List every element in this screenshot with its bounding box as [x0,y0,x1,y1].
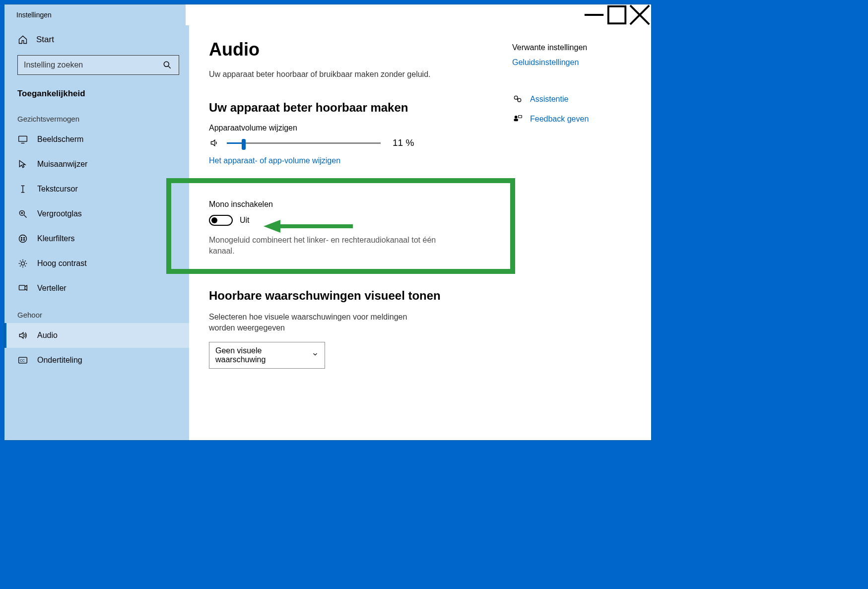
annotation-arrow-icon [264,219,353,234]
volume-percent: 11 % [393,137,414,148]
svg-rect-37 [514,119,518,121]
feedback-icon [512,114,523,125]
maximize-icon [605,3,628,26]
help-link[interactable]: Assistentie [512,94,631,105]
close-icon [628,3,651,26]
svg-line-12 [24,215,27,218]
visual-warning-dropdown[interactable]: Geen visuele waarschuwing [209,342,325,369]
svg-point-17 [24,237,25,238]
content-area: Audio Uw apparaat beter hoorbaar of brui… [209,39,472,426]
section-hearable-title: Uw apparaat beter hoorbaar maken [209,101,472,115]
sidebar-item-captions[interactable]: CC Ondertiteling [4,348,189,373]
sidebar-item-narrator[interactable]: Verteller [4,276,189,301]
svg-rect-1 [608,6,626,24]
sidebar-item-label: Verteller [37,284,67,293]
volume-label: Apparaatvolume wijzigen [209,124,472,132]
sidebar-item-display[interactable]: Beeldscherm [4,127,189,152]
sidebar-item-label: Tekstcursor [37,185,78,194]
page-title: Audio [209,39,472,60]
help-label: Assistentie [530,95,568,104]
svg-point-20 [21,262,25,265]
chevron-down-icon [312,351,319,360]
mono-label: Mono inschakelen [209,200,472,209]
svg-point-15 [19,235,27,243]
svg-point-16 [21,237,22,238]
sidebar-item-highcontrast[interactable]: Hoog contrast [4,251,189,276]
sidebar-item-label: Vergrootglas [37,209,82,218]
narrator-icon [17,283,28,294]
related-panel: Verwante instellingen Geluidsinstellinge… [512,39,631,426]
display-icon [17,134,28,145]
sidebar-item-label: Hoog contrast [37,259,87,268]
close-button[interactable] [628,4,651,25]
volume-slider[interactable] [227,138,381,148]
text-cursor-icon [17,184,28,195]
svg-line-5 [169,66,171,68]
svg-line-25 [20,261,21,262]
sidebar-item-label: Kleurfilters [37,234,75,243]
svg-point-19 [24,240,25,241]
svg-marker-33 [264,220,280,233]
mono-description: Monogeluid combineert het linker- en rec… [209,235,437,257]
titlebar: Instellingen [4,4,651,25]
sidebar-item-mouse[interactable]: Muisaanwijzer [4,152,189,177]
page-description: Uw apparaat beter hoorbaar of bruikbaar … [209,70,472,79]
captions-icon: CC [17,355,28,366]
speaker-icon [209,137,220,148]
svg-point-34 [514,96,518,99]
annotation-highlight: Mono inschakelen Uit Monogeluid combinee… [166,178,515,274]
sidebar-item-label: Ondertiteling [37,356,82,365]
search-input[interactable] [24,61,153,69]
home-label: Start [36,35,54,45]
feedback-label: Feedback geven [530,115,589,124]
svg-rect-38 [519,116,522,118]
section-visual-title: Hoorbare waarschuwingen visueel tonen [209,289,472,303]
sidebar-item-audio[interactable]: Audio [4,323,189,348]
window-title: Instellingen [4,11,52,19]
audio-icon [17,330,28,341]
maximize-button[interactable] [605,4,628,25]
svg-point-18 [21,240,22,241]
svg-line-26 [25,265,26,266]
nav-group-hearing: Gehoor [4,301,189,323]
nav-group-vision: Gezichtsvermogen [4,105,189,127]
svg-rect-6 [19,136,27,141]
svg-text:CC: CC [20,359,25,362]
sidebar-item-label: Beeldscherm [37,135,83,144]
sidebar-item-colorfilters[interactable]: Kleurfilters [4,226,189,251]
visual-warnings-desc: Selecteren hoe visuele waarschuwingen vo… [209,312,432,334]
nav-section-title: Toegankelijkheid [4,82,189,105]
sidebar-item-label: Muisaanwijzer [37,160,87,169]
related-sound-link[interactable]: Geluidsinstellingen [512,58,631,67]
svg-point-36 [515,116,518,119]
sidebar-item-magnifier[interactable]: Vergrootglas [4,201,189,226]
svg-line-27 [20,265,21,266]
mouse-pointer-icon [17,159,28,170]
mono-state: Uit [240,216,250,225]
minimize-icon [583,3,605,26]
svg-point-4 [164,62,169,66]
sidebar: Start Toegankelijkheid Gezichtsvermogen … [4,25,189,440]
feedback-link[interactable]: Feedback geven [512,114,631,125]
svg-line-28 [25,261,26,262]
home-button[interactable]: Start [4,28,189,51]
search-icon [162,60,173,70]
magnifier-icon [17,208,28,219]
sidebar-item-label: Audio [37,331,58,340]
high-contrast-icon [17,258,28,269]
color-filters-icon [17,233,28,244]
help-icon [512,94,523,105]
mono-toggle[interactable] [209,215,233,226]
related-title: Verwante instellingen [512,43,631,52]
window-controls [583,4,651,25]
dropdown-value: Geen visuele waarschuwing [215,346,312,364]
search-input-wrap[interactable] [17,55,179,75]
minimize-button[interactable] [583,4,605,25]
settings-window: Instellingen Start [4,4,652,441]
svg-rect-29 [19,285,25,290]
sidebar-item-textcursor[interactable]: Tekstcursor [4,177,189,201]
home-icon [17,34,28,45]
volume-link[interactable]: Het apparaat- of app-volume wijzigen [209,156,472,165]
